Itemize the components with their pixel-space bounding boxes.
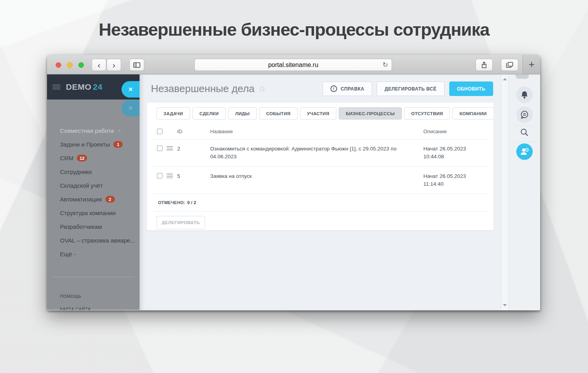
- sidebar-link-sitemap[interactable]: КАРТА САЙТА: [47, 302, 140, 310]
- close-slider-button[interactable]: ×: [122, 81, 140, 98]
- sidebar-item-crm[interactable]: CRM 12: [47, 151, 140, 165]
- scroll-down-arrow-icon[interactable]: [503, 304, 507, 306]
- select-all-checkbox[interactable]: [157, 129, 163, 134]
- column-header-id: ID: [177, 129, 210, 134]
- process-start-time: 11:14:40: [423, 181, 444, 187]
- column-header-description: Описание: [423, 129, 488, 134]
- sidebar-item-warehouse[interactable]: Складской учёт: [47, 179, 140, 192]
- tab-label: ЛИДЫ: [235, 111, 250, 116]
- chat-button[interactable]: [516, 107, 533, 123]
- sidebar-item-more[interactable]: Ещё -: [47, 247, 140, 261]
- share-button[interactable]: [475, 59, 493, 71]
- sidebar-item-employees[interactable]: Сотрудники: [47, 165, 140, 179]
- refresh-list-label: ОБНОВИТЬ: [457, 86, 485, 92]
- toolbar-divider: [514, 126, 535, 126]
- search-button[interactable]: [520, 128, 529, 137]
- star-icon[interactable]: ☆: [258, 84, 266, 94]
- sidebar-item-label: Совместная работа: [60, 127, 114, 134]
- process-start-time: 10:44:08: [423, 154, 444, 159]
- cell-description: Начат 26.05.2023 11:14:40: [423, 172, 488, 188]
- sidebar-toggle-icon: [133, 62, 140, 68]
- column-header-name: Название: [210, 129, 423, 134]
- delegate-all-button[interactable]: ДЕЛЕГИРОВАТЬ ВСЁ: [377, 81, 444, 96]
- counter-badge: 2: [105, 196, 115, 203]
- row-checkbox[interactable]: [157, 145, 163, 151]
- sidebar-footer: ПОМОЩЬ КАРТА САЙТА НАСТРОИТЬ МЕНЮ: [47, 277, 140, 310]
- right-toolbar: [509, 74, 540, 310]
- tab-business-processes[interactable]: БИЗНЕС-ПРОЦЕССЫ: [339, 107, 402, 120]
- data-panel: ЗАДАЧИ СДЕЛКИ ЛИДЫ СОБЫТИЯ УЧАСТИЯ БИЗНЕ…: [147, 103, 494, 230]
- sidebar-item-label: Складской учёт: [60, 182, 103, 189]
- minimize-window-button[interactable]: [67, 62, 73, 68]
- window-content: DEMO24 × × Совместная работа ⌄ Задачи и …: [47, 74, 540, 310]
- cell-description: Начат 26.05.2023 10:44:08: [423, 145, 488, 161]
- sidebar-menu: Совместная работа ⌄ Задачи и Проекты 1 C…: [47, 100, 140, 261]
- content-scrollbar[interactable]: [501, 74, 509, 310]
- cell-name: Заявка на отпуск: [210, 172, 403, 180]
- counter-badge: 12: [77, 155, 87, 161]
- tab-label: СОБЫТИЯ: [266, 111, 290, 116]
- tab-absences[interactable]: ОТСУТСТВИЯ: [404, 107, 450, 120]
- sidebar-link-label: КАРТА САЙТА: [60, 307, 91, 310]
- url-text: portal.sitename.ru: [268, 62, 318, 69]
- refresh-icon[interactable]: ↻: [383, 61, 388, 69]
- sidebar-item-developers[interactable]: Разработчикам: [47, 220, 140, 234]
- tab-label: ОТСУТСТВИЯ: [411, 111, 443, 116]
- sidebar-link-label: ПОМОЩЬ: [60, 294, 81, 299]
- row-menu-icon[interactable]: [167, 174, 173, 178]
- logo-accent: 24: [93, 82, 102, 91]
- forward-button[interactable]: ›: [107, 59, 121, 71]
- scroll-up-arrow-icon[interactable]: [503, 78, 507, 80]
- menu-burger-icon[interactable]: [53, 83, 60, 91]
- toolbar-divider: [514, 142, 535, 142]
- tab-companies[interactable]: КОМПАНИИ: [452, 107, 494, 120]
- refresh-list-button[interactable]: ОБНОВИТЬ: [449, 81, 493, 96]
- close-slider-button-dimmed[interactable]: ×: [122, 100, 140, 116]
- sidebar-item-oval[interactable]: OVAL – страховка авиаре...: [47, 234, 140, 247]
- new-tab-button[interactable]: +: [523, 55, 540, 74]
- cell-id: 2: [177, 145, 210, 153]
- help-button-label: СПРАВКА: [341, 86, 364, 92]
- sidebar-item-collaboration[interactable]: Совместная работа ⌄: [47, 124, 140, 138]
- sidebar-item-label: OVAL – страховка авиаре...: [60, 237, 135, 244]
- tabs-icon: [506, 62, 513, 68]
- close-window-button[interactable]: [56, 62, 61, 68]
- tab-label: КОМПАНИИ: [459, 111, 486, 116]
- delegate-button[interactable]: ДЕЛЕГИРОВАТЬ: [156, 216, 205, 229]
- help-button[interactable]: ! СПРАВКА: [323, 81, 372, 96]
- tab-tasks[interactable]: ЗАДАЧИ: [156, 107, 190, 120]
- zoom-window-button[interactable]: [78, 62, 84, 68]
- tab-label: ЗАДАЧИ: [163, 111, 183, 116]
- sidebar-item-tasks-projects[interactable]: Задачи и Проекты 1: [47, 138, 140, 151]
- selection-counter-value: 0 / 2: [187, 200, 196, 205]
- row-menu-icon[interactable]: [167, 146, 173, 151]
- sidebar-toggle-button[interactable]: [129, 59, 144, 71]
- forward-icon: ›: [113, 61, 115, 69]
- table-row[interactable]: 5 Заявка на отпуск Начат 26.05.2023 11:1…: [152, 167, 488, 194]
- notifications-button[interactable]: [516, 87, 533, 103]
- sidebar-item-company-structure[interactable]: Структура компании: [47, 206, 140, 220]
- page-header: Незавершенные дела ☆ ! СПРАВКА ДЕЛЕГИРОВ…: [140, 74, 501, 96]
- tab-events[interactable]: СОБЫТИЯ: [259, 107, 298, 120]
- user-clock-icon: [519, 147, 530, 157]
- header-actions: ! СПРАВКА ДЕЛЕГИРОВАТЬ ВСЁ ОБНОВИТЬ: [323, 81, 493, 96]
- back-button[interactable]: ‹: [92, 59, 106, 71]
- back-icon: ‹: [98, 61, 100, 69]
- content-title: Незавершенные дела: [151, 83, 254, 95]
- tab-participation[interactable]: УЧАСТИЯ: [300, 107, 336, 120]
- tab-leads[interactable]: ЛИДЫ: [228, 107, 257, 120]
- logo[interactable]: DEMO24: [66, 82, 102, 92]
- sidebar-item-label: Разработчикам: [60, 223, 102, 230]
- sidebar-item-automation[interactable]: Автоматизация 2: [47, 192, 140, 206]
- cell-name: Ознакомиться с командировкой: Администра…: [210, 145, 403, 161]
- bell-icon: [521, 91, 528, 99]
- tab-deals[interactable]: СДЕЛКИ: [192, 107, 226, 120]
- process-start-date: Начат 26.05.2023: [423, 173, 466, 179]
- table-row[interactable]: 2 Ознакомиться с командировкой: Админист…: [152, 139, 488, 167]
- address-bar[interactable]: portal.sitename.ru ↻: [194, 59, 392, 71]
- profile-button[interactable]: [516, 143, 533, 160]
- sidebar-link-help[interactable]: ПОМОЩЬ: [47, 290, 140, 302]
- show-tabs-button[interactable]: [501, 59, 518, 71]
- row-checkbox[interactable]: [157, 173, 163, 179]
- search-icon: [520, 128, 529, 137]
